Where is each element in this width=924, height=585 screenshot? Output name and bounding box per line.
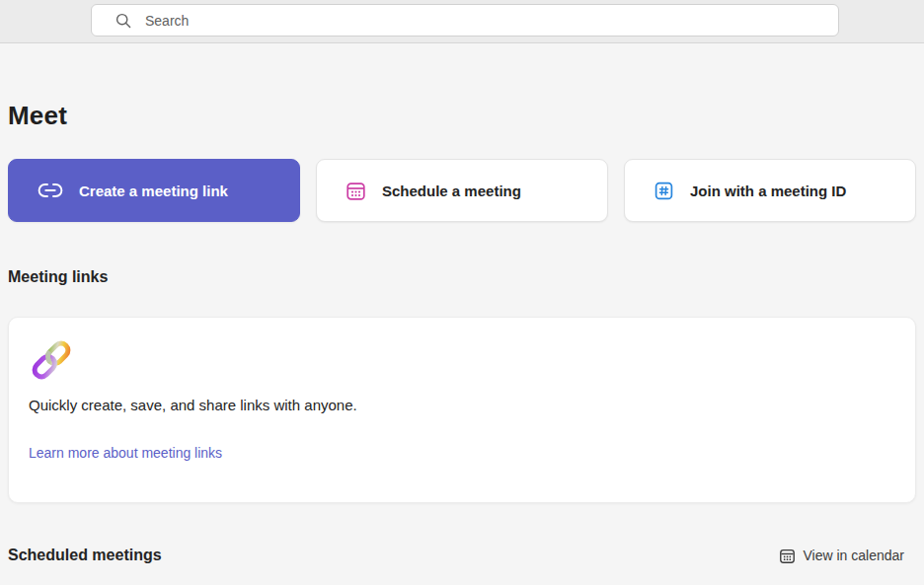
calendar-icon (346, 181, 366, 201)
button-label: Create a meeting link (79, 183, 228, 199)
top-bar (0, 0, 924, 43)
schedule-meeting-button[interactable]: Schedule a meeting (316, 159, 608, 222)
meet-page: Meet Create a meeting link (0, 101, 924, 564)
link-icon (38, 183, 63, 198)
join-meeting-id-button[interactable]: Join with a meeting ID (624, 159, 916, 222)
hash-icon (654, 181, 674, 201)
calendar-icon (779, 548, 796, 564)
meeting-links-card: Quickly create, save, and share links wi… (8, 317, 916, 503)
meeting-links-description: Quickly create, save, and share links wi… (29, 396, 895, 415)
view-in-calendar-link[interactable]: View in calendar (779, 548, 916, 564)
chain-link-3d-icon (29, 337, 74, 383)
scheduled-meetings-row: Scheduled meetings View in calendar (8, 547, 916, 564)
button-label: Join with a meeting ID (690, 183, 846, 199)
page-title: Meet (8, 101, 916, 131)
actions-row: Create a meeting link Schedule a meeting (8, 159, 916, 222)
create-meeting-link-button[interactable]: Create a meeting link (8, 159, 300, 222)
meeting-links-heading: Meeting links (8, 268, 916, 286)
learn-more-link[interactable]: Learn more about meeting links (29, 445, 222, 461)
search-icon (116, 13, 131, 29)
button-label: Schedule a meeting (382, 183, 521, 199)
search-box[interactable] (91, 4, 839, 37)
search-input[interactable] (145, 13, 737, 29)
view-in-calendar-label: View in calendar (804, 548, 904, 563)
scheduled-meetings-heading: Scheduled meetings (8, 547, 162, 564)
